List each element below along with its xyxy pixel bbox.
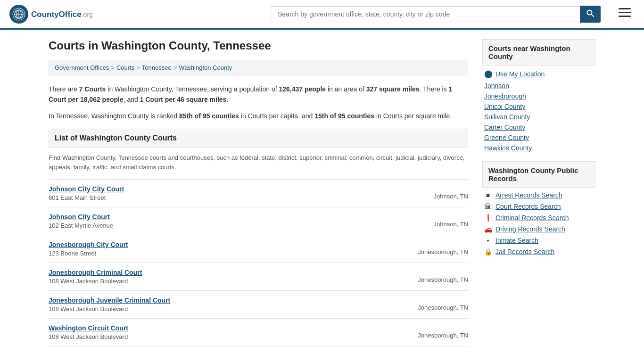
court-name[interactable]: Johnson City Court [49, 213, 113, 221]
public-record-link[interactable]: Criminal Records Search [495, 214, 569, 222]
nearby-list-item: Greene County [484, 134, 594, 141]
court-row: Jonesborough City Court 123 Boone Street… [49, 241, 468, 257]
breadcrumb-tennessee[interactable]: Tennessee [142, 64, 172, 71]
record-icon: ■ [484, 191, 492, 199]
court-address: 601 East Main Street [49, 194, 106, 201]
breadcrumb: Government Offices > Courts > Tennessee … [49, 60, 468, 75]
court-name[interactable]: Jonesborough City Court [49, 241, 128, 248]
main-container: Courts in Washington County, Tennessee G… [39, 30, 605, 356]
search-input[interactable] [271, 6, 580, 22]
per-mile: 1 Court per 46 square miles [140, 96, 227, 103]
court-name[interactable]: Jonesborough Criminal Court [49, 269, 142, 276]
breadcrumb-sep-2: > [136, 64, 140, 71]
location-icon: ⬤ [484, 69, 493, 78]
court-info: Washington Circuit Court 108 West Jackso… [49, 324, 128, 340]
courts-count: 7 Courts [79, 85, 106, 93]
court-item: Washington Circuit Court 108 West Jackso… [49, 318, 468, 346]
nearby-link[interactable]: Sullivan County [484, 113, 530, 121]
court-address: 108 West Jackson Boulevard [49, 305, 128, 313]
court-location: Johnson, TN [434, 213, 468, 228]
public-record-item: 🔒 Jail Records Search [484, 248, 594, 255]
court-name[interactable]: Jonesborough Juvenile Criminal Court [49, 296, 170, 304]
court-address: 108 West Jackson Boulevard [49, 278, 128, 285]
nearby-list-item: Hawkins County [484, 144, 594, 152]
court-item: Johnson City Court 102 East Myrtle Avenu… [49, 207, 468, 235]
court-row: Washington Circuit Court 108 West Jackso… [49, 324, 468, 340]
info-block-2: In Tennessee, Washington County is ranke… [49, 111, 468, 121]
svg-rect-7 [619, 8, 631, 9]
court-item: Johnson City City Court 601 East Main St… [49, 179, 468, 207]
nearby-link[interactable]: Unicoi County [484, 103, 525, 110]
population: 126,437 people [279, 85, 326, 93]
court-item: Jonesborough Criminal Court 108 West Jac… [49, 263, 468, 290]
public-record-link[interactable]: Arrest Records Search [495, 191, 562, 199]
record-icon: 🔒 [484, 248, 492, 255]
breadcrumb-sep-3: > [173, 64, 177, 71]
court-address: 123 Boone Street [49, 250, 96, 257]
search-button[interactable] [580, 6, 601, 23]
nearby-link[interactable]: Johnson [484, 82, 509, 90]
public-record-item: ❗ Criminal Records Search [484, 214, 594, 222]
main-content: Courts in Washington County, Tennessee G… [49, 39, 468, 346]
header: CountyOffice.org [0, 0, 644, 30]
public-record-link[interactable]: Inmate Search [495, 237, 538, 244]
court-name[interactable]: Washington Circuit Court [49, 324, 128, 332]
page-title: Courts in Washington County, Tennessee [49, 39, 468, 52]
public-record-item: 🚗 Driving Records Search [484, 225, 594, 233]
nearby-list: JohnsonJonesboroughUnicoi CountySullivan… [482, 82, 595, 152]
list-section-header: List of Washington County Courts [49, 129, 468, 148]
public-record-link[interactable]: Jail Records Search [495, 248, 554, 255]
svg-rect-8 [619, 12, 631, 13]
menu-button[interactable] [615, 6, 635, 22]
court-info: Johnson City Court 102 East Myrtle Avenu… [49, 213, 113, 229]
court-location: Jonesborough, TN [418, 324, 468, 339]
public-record-link[interactable]: Court Records Search [495, 203, 561, 210]
logo-text: CountyOffice.org [31, 9, 93, 19]
breadcrumb-courts[interactable]: Courts [116, 64, 134, 71]
breadcrumb-washington-county[interactable]: Washington County [179, 64, 232, 71]
logo-icon [9, 5, 28, 24]
court-row: Jonesborough Juvenile Criminal Court 108… [49, 296, 468, 313]
sidebar: Courts near Washington County ⬤ Use My L… [482, 39, 595, 346]
court-row: Johnson City Court 102 East Myrtle Avenu… [49, 213, 468, 229]
public-record-item: ▪ Inmate Search [484, 237, 594, 244]
court-info: Johnson City City Court 601 East Main St… [49, 185, 124, 201]
court-name[interactable]: Johnson City City Court [49, 185, 124, 193]
nearby-link[interactable]: Carter County [484, 123, 525, 131]
public-records-list: ■ Arrest Records Search 🏛 Court Records … [482, 191, 595, 255]
court-info: Jonesborough City Court 123 Boone Street [49, 241, 128, 257]
use-my-location-link[interactable]: Use My Location [495, 70, 545, 78]
court-row: Johnson City City Court 601 East Main St… [49, 185, 468, 201]
breadcrumb-sep-1: > [111, 64, 115, 71]
svg-rect-9 [619, 16, 631, 17]
nearby-link[interactable]: Jonesborough [484, 92, 526, 100]
nearby-link[interactable]: Greene County [484, 134, 529, 141]
court-item: Jonesborough Juvenile Criminal Court 108… [49, 290, 468, 318]
court-info: Jonesborough Criminal Court 108 West Jac… [49, 269, 142, 285]
public-record-link[interactable]: Driving Records Search [495, 225, 565, 233]
court-list: Johnson City City Court 601 East Main St… [49, 179, 468, 346]
nearby-list-item: Sullivan County [484, 113, 594, 121]
record-icon: ▪ [484, 237, 492, 244]
public-record-item: ■ Arrest Records Search [484, 191, 594, 199]
nearby-list-item: Carter County [484, 123, 594, 131]
court-info: Jonesborough Juvenile Criminal Court 108… [49, 296, 170, 313]
breadcrumb-government-offices[interactable]: Government Offices [55, 64, 109, 71]
court-address: 102 East Myrtle Avenue [49, 222, 113, 229]
logo: CountyOffice.org [9, 5, 93, 24]
court-location: Johnson, TN [434, 185, 468, 200]
record-icon: 🏛 [484, 203, 492, 210]
nearby-link[interactable]: Hawkins County [484, 144, 532, 152]
nearby-list-item: Johnson [484, 82, 594, 90]
rank1: 85th of 95 counties [179, 112, 239, 120]
court-location: Jonesborough, TN [418, 241, 468, 255]
svg-line-6 [592, 15, 594, 17]
use-location: ⬤ Use My Location [482, 69, 595, 78]
nearby-list-item: Jonesborough [484, 92, 594, 100]
public-record-item: 🏛 Court Records Search [484, 203, 594, 210]
area: 327 square miles [366, 85, 420, 93]
nearby-courts-header: Courts near Washington County [482, 39, 595, 66]
court-address: 108 West Jackson Boulevard [49, 333, 128, 340]
rank2: 15th of 95 counties [314, 112, 374, 120]
record-icon: ❗ [484, 214, 492, 222]
